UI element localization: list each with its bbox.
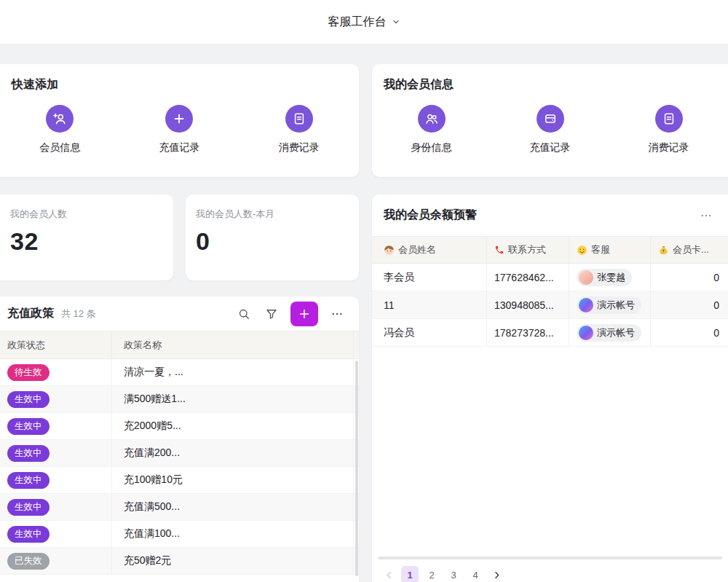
stat-label: 我的会员人数 — [0, 194, 173, 221]
horizontal-scrollbar[interactable] — [378, 557, 722, 559]
column-header-card[interactable]: 会员卡... — [651, 237, 728, 263]
workspace-switcher[interactable]: 客服工作台 — [328, 15, 400, 30]
column-header-member-name[interactable]: 会员姓名 — [372, 237, 487, 263]
pagination: 1 2 3 4 — [381, 565, 505, 582]
status-badge: 生效中 — [7, 526, 50, 543]
top-bar: 客服工作台 — [0, 0, 728, 44]
quick-add-title: 快速添加 — [0, 64, 359, 93]
people-icon — [418, 105, 446, 133]
my-member-info-actions: 身份信息 充值记录 消费记录 — [372, 105, 728, 154]
plus-icon — [165, 105, 193, 133]
agent-cell: 张雯越 — [569, 264, 651, 291]
recharge-policy-card: 充值政策 共 12 条 政策状态 政策名称 待生效 清凉一夏， — [0, 296, 359, 582]
more-icon[interactable] — [696, 205, 716, 226]
policy-table-body: 待生效 清凉一夏，... 生效中 满500赠送1... 生效中 充2000赠5.… — [0, 359, 359, 575]
member-name-cell: 李会员 — [372, 264, 487, 291]
policy-name-cell: 充值满200... — [112, 440, 354, 466]
status-badge: 生效中 — [7, 418, 50, 435]
table-row[interactable]: 李会员 177628462... 张雯越 0 — [372, 264, 728, 291]
member-name-cell: 11 — [372, 291, 487, 318]
wallet-icon — [537, 105, 564, 133]
table-row[interactable]: 生效中 充值满200... — [0, 440, 359, 467]
card-balance-cell: 0 — [651, 291, 728, 318]
avatar — [579, 326, 593, 340]
my-member-info-title: 我的会员信息 — [372, 64, 728, 93]
add-policy-button[interactable] — [290, 302, 318, 326]
chevron-down-icon — [392, 17, 400, 26]
status-badge: 生效中 — [7, 499, 50, 516]
prev-page-icon[interactable] — [381, 567, 397, 582]
column-header-name[interactable]: 政策名称 — [112, 331, 354, 358]
my-consumption-records-label: 消费记录 — [649, 141, 689, 154]
quick-add-consumption-button[interactable]: 消费记录 — [240, 105, 359, 154]
stat-value: 0 — [186, 221, 359, 256]
quick-add-member-label: 会员信息 — [39, 141, 80, 154]
table-row[interactable]: 冯会员 178273728... 演示帐号 0 — [372, 319, 728, 347]
status-badge: 生效中 — [7, 445, 50, 462]
quick-add-card: 快速添加 会员信息 充值记录 消费记录 — [0, 64, 359, 177]
my-recharge-records-label: 充值记录 — [530, 141, 571, 154]
column-header-agent[interactable]: 客服 — [569, 237, 651, 263]
more-icon[interactable] — [327, 304, 347, 324]
my-consumption-records-button[interactable]: 消费记录 — [609, 105, 728, 154]
agent-chip[interactable]: 张雯越 — [577, 269, 632, 286]
smiley-icon — [577, 245, 587, 256]
policy-name-cell: 充100赠10元 — [112, 467, 354, 493]
policy-name-cell: 充值满500... — [112, 494, 354, 520]
table-row[interactable]: 待生效 清凉一夏，... — [0, 359, 359, 386]
filter-icon[interactable] — [261, 304, 282, 324]
table-row[interactable]: 生效中 充2000赠5... — [0, 413, 359, 440]
money-bag-icon — [658, 245, 669, 256]
my-recharge-records-button[interactable]: 充值记录 — [491, 105, 609, 154]
contact-cell: 130948085... — [487, 291, 569, 318]
contact-cell: 177628462... — [487, 264, 569, 291]
customer-service-dashboard: 客服工作台 快速添加 会员信息 充值记录 消费 — [0, 0, 728, 582]
column-header-status[interactable]: 政策状态 — [0, 331, 112, 358]
member-add-icon — [46, 105, 74, 133]
balance-table-header: 会员姓名 联系方式 客服 会员卡... — [372, 236, 728, 264]
policy-name-cell: 充2000赠5... — [112, 413, 354, 439]
policy-title: 充值政策 — [7, 306, 54, 321]
status-badge: 生效中 — [7, 472, 50, 489]
agent-chip[interactable]: 演示帐号 — [577, 296, 641, 314]
balance-table-body: 李会员 177628462... 张雯越 0 11 130948085... 演… — [372, 264, 728, 347]
phone-icon — [494, 245, 505, 255]
next-page-icon[interactable] — [488, 567, 505, 582]
member-name-cell: 冯会员 — [372, 319, 487, 346]
agent-cell: 演示帐号 — [569, 319, 651, 346]
search-icon[interactable] — [234, 304, 254, 324]
quick-add-recharge-button[interactable]: 充值记录 — [119, 105, 239, 154]
receipt-icon — [655, 105, 683, 133]
stat-card-member-count: 我的会员人数 32 — [0, 194, 173, 280]
table-row[interactable]: 11 130948085... 演示帐号 0 — [372, 291, 728, 319]
policy-name-cell: 充值满100... — [112, 521, 354, 547]
identity-info-button[interactable]: 身份信息 — [372, 105, 491, 154]
policy-name-cell: 清凉一夏，... — [112, 359, 354, 385]
card-balance-cell: 0 — [651, 264, 728, 291]
receipt-icon — [285, 105, 313, 133]
table-row[interactable]: 生效中 满500赠送1... — [0, 386, 359, 413]
balance-titlebar: 我的会员余额预警 — [372, 194, 728, 236]
page-button-2[interactable]: 2 — [423, 566, 440, 582]
table-row[interactable]: 生效中 充值满500... — [0, 494, 359, 521]
quick-add-member-button[interactable]: 会员信息 — [0, 105, 119, 154]
stat-card-member-count-month: 我的会员人数-本月 0 — [186, 194, 359, 280]
page-button-4[interactable]: 4 — [467, 566, 484, 582]
table-row[interactable]: 生效中 充值满100... — [0, 521, 359, 548]
agent-cell: 演示帐号 — [569, 291, 651, 318]
policy-name-cell: 满500赠送1... — [112, 386, 354, 412]
stat-label: 我的会员人数-本月 — [186, 194, 359, 221]
column-header-contact[interactable]: 联系方式 — [487, 237, 569, 263]
status-badge: 生效中 — [7, 391, 50, 408]
table-row[interactable]: 生效中 充100赠10元 — [0, 467, 359, 494]
page-button-3[interactable]: 3 — [445, 566, 462, 582]
avatar — [579, 298, 593, 312]
table-row[interactable]: 已失效 充50赠2元 — [0, 548, 359, 575]
vertical-scrollbar[interactable] — [355, 361, 358, 576]
quick-add-consumption-label: 消费记录 — [279, 141, 320, 154]
member-face-icon — [384, 245, 395, 256]
page-button-1[interactable]: 1 — [401, 566, 419, 582]
agent-chip[interactable]: 演示帐号 — [577, 324, 641, 342]
page-title: 客服工作台 — [328, 15, 387, 30]
balance-title: 我的会员余额预警 — [384, 208, 696, 223]
